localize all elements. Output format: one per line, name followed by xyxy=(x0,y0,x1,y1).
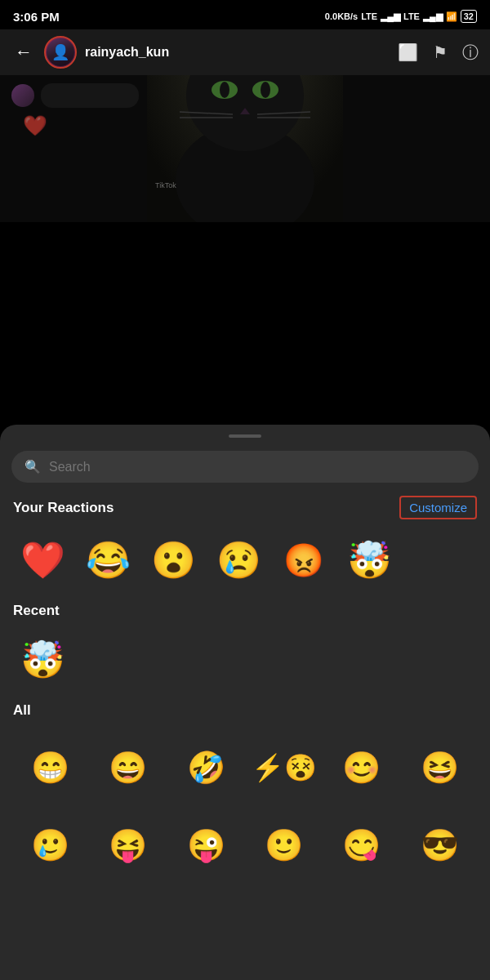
your-reactions-title: Your Reactions xyxy=(13,500,114,516)
chat-area: ❤️ xyxy=(0,75,490,222)
avatar-inner: 👤 xyxy=(47,38,74,66)
all-emoji-7[interactable]: 🥲 xyxy=(13,808,87,882)
emoji-bottom-sheet: 🔍 Your Reactions Customize ❤️ 😂 😮 😢 😡 🤯 … xyxy=(0,425,490,980)
status-right: 0.0KB/s LTE ▂▄▆ LTE ▂▄▆ 📶 32 xyxy=(325,10,477,23)
back-button[interactable]: ← xyxy=(11,38,36,66)
all-emoji-11[interactable]: 😋 xyxy=(324,808,399,882)
sender-avatar-1 xyxy=(11,84,34,107)
all-emoji-6[interactable]: 😆 xyxy=(403,730,477,804)
your-reactions-row: ❤️ 😂 😮 😢 😡 🤯 xyxy=(0,531,490,590)
reaction-angry[interactable]: 😡 xyxy=(274,531,333,590)
signal-bars2: ▂▄▆ xyxy=(423,11,443,22)
all-title: All xyxy=(13,702,31,719)
reaction-wow[interactable]: 😮 xyxy=(144,531,203,590)
username-label: rainyach_kun xyxy=(85,45,390,60)
recent-emoji-1[interactable]: 🤯 xyxy=(13,630,72,689)
search-icon: 🔍 xyxy=(24,459,41,474)
all-emojis-row2: 🥲 😝 😜 🙂 😋 😎 xyxy=(0,808,490,882)
recent-header: Recent xyxy=(0,603,490,619)
your-reactions-header: Your Reactions Customize xyxy=(0,496,490,519)
all-emoji-12[interactable]: 😎 xyxy=(403,808,477,882)
signal-icon2: LTE xyxy=(403,11,420,21)
customize-button[interactable]: Customize xyxy=(399,496,477,519)
network-speed: 0.0KB/s xyxy=(325,11,358,21)
video-call-icon[interactable]: ⬜ xyxy=(398,42,418,62)
all-emoji-3[interactable]: 🤣 xyxy=(169,730,243,804)
all-header: All xyxy=(0,702,490,719)
svg-point-7 xyxy=(220,82,229,98)
svg-point-8 xyxy=(261,82,270,98)
all-emoji-1[interactable]: 😁 xyxy=(13,730,87,804)
flag-icon[interactable]: ⚑ xyxy=(433,42,448,62)
tiktok-watermark: TikTok xyxy=(155,181,176,189)
video-content: Now look at this ▶ TikTok xyxy=(147,75,343,222)
wifi-icon: 📶 xyxy=(446,11,457,22)
reaction-heart[interactable]: ❤️ xyxy=(13,531,72,590)
reaction-cry[interactable]: 😢 xyxy=(209,531,268,590)
status-time: 3:06 PM xyxy=(13,10,60,24)
all-emojis-row1: 😁 😄 🤣 ⚡😵 😊 😆 xyxy=(0,730,490,804)
top-nav: ← 👤 rainyach_kun ⬜ ⚑ ⓘ xyxy=(0,29,490,75)
recent-title: Recent xyxy=(13,603,60,619)
all-emoji-8[interactable]: 😝 xyxy=(91,808,165,882)
all-emoji-9[interactable]: 😜 xyxy=(169,808,243,882)
all-emoji-10[interactable]: 🙂 xyxy=(247,808,321,882)
reaction-exploding[interactable]: 🤯 xyxy=(340,531,399,590)
signal-bars: ▂▄▆ xyxy=(381,11,400,22)
reaction-laugh[interactable]: 😂 xyxy=(78,531,137,590)
all-emoji-4[interactable]: ⚡😵 xyxy=(247,730,321,804)
search-container[interactable]: 🔍 xyxy=(11,451,479,483)
recent-row: 🤯 xyxy=(0,630,490,689)
all-emoji-2[interactable]: 😄 xyxy=(91,730,165,804)
cat-video-frame xyxy=(147,75,343,222)
all-emoji-5[interactable]: 😊 xyxy=(324,730,399,804)
nav-action-icons: ⬜ ⚑ ⓘ xyxy=(398,42,479,64)
search-input[interactable] xyxy=(49,460,466,474)
sheet-handle xyxy=(229,434,261,438)
chat-bubble-1 xyxy=(41,83,139,108)
avatar[interactable]: 👤 xyxy=(44,36,77,69)
signal-icon: LTE xyxy=(361,11,377,21)
info-icon[interactable]: ⓘ xyxy=(462,42,479,64)
video-message[interactable]: Now look at this ▶ TikTok xyxy=(147,75,343,222)
battery-indicator: 32 xyxy=(461,10,477,23)
status-bar: 3:06 PM 0.0KB/s LTE ▂▄▆ LTE ▂▄▆ 📶 32 xyxy=(0,0,490,29)
